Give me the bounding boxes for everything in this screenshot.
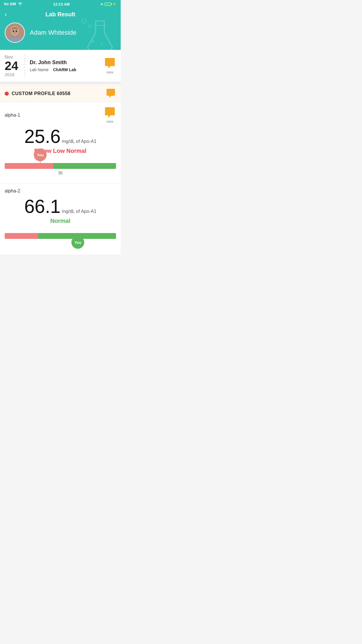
lab-name-value: ChARM Lab (53, 67, 76, 72)
battery-indicator (105, 3, 111, 6)
patient-profile-header: Adam Whiteside (5, 22, 116, 50)
alpha-1-range-container: You 35 (5, 163, 116, 175)
svg-point-4 (101, 43, 102, 45)
test-item-alpha-1: alpha-1 view 25.6 mg/dL of Apo-A1 Below … (0, 102, 121, 184)
page-title: Lab Result (45, 11, 75, 18)
profile-header: CUSTOM PROFILE 60558 (0, 84, 121, 102)
profile-title-row: CUSTOM PROFILE 60558 (5, 91, 71, 96)
alpha-1-range-bar (5, 163, 116, 169)
alpha-2-status: Normal (5, 218, 116, 224)
doctor-info: Dr. John Smith Lab Name ChARM Lab (25, 55, 104, 77)
alpha-1-view-label: view (106, 120, 113, 124)
navigation-bar: ‹ Lab Result (5, 11, 116, 18)
svg-rect-11 (6, 38, 24, 42)
avatar (5, 22, 25, 43)
lab-info-card: Nov 24 2016 Dr. John Smith Lab Name ChAR… (0, 50, 121, 82)
range-green-segment (53, 163, 116, 169)
alpha-1-chat-icon (104, 107, 116, 119)
flask-decoration (87, 20, 113, 52)
alpha-2-you-area: You (5, 236, 116, 249)
lab-view-label: view (106, 70, 113, 74)
date-section: Nov 24 2016 (5, 55, 25, 77)
profile-section: CUSTOM PROFILE 60558 alpha-1 view 25.6 m… (0, 84, 121, 255)
svg-point-3 (91, 40, 94, 43)
svg-point-0 (82, 19, 86, 23)
time-display: 12:13 AM (53, 2, 70, 6)
chat-bubble-icon (104, 57, 116, 70)
svg-point-10 (16, 30, 17, 32)
profile-title: CUSTOM PROFILE 60558 (12, 91, 71, 96)
svg-point-9 (13, 30, 14, 32)
test-name-alpha-2: alpha-2 (5, 188, 20, 194)
app-header: ‹ Lab Result (0, 8, 121, 50)
alpha-2-value-row: 66.1 mg/dL of Apo-A1 (5, 197, 116, 216)
red-dot-indicator (5, 92, 9, 96)
test-item-alpha-2: alpha-2 66.1 mg/dL of Apo-A1 Normal You (0, 184, 121, 255)
test-name-alpha-1: alpha-1 (5, 113, 20, 118)
profile-chat-icon[interactable] (106, 88, 116, 99)
test-name-row-2: alpha-2 (5, 188, 116, 194)
alpha-1-status: Below Low Normal (5, 148, 116, 154)
alpha-1-you-marker: You (34, 148, 47, 167)
avatar-image (6, 23, 24, 42)
alpha-2-value: 66.1 (24, 196, 61, 217)
alpha-1-you-bubble: You (34, 148, 47, 161)
lock-icon: ⊕ (101, 2, 103, 6)
alpha-2-range-container: You (5, 233, 116, 249)
bottom-spacer (0, 255, 121, 264)
alpha-2-you-bubble: You (71, 236, 84, 249)
carrier-text: No SIM (4, 2, 16, 6)
lab-name-row: Lab Name ChARM Lab (30, 67, 104, 72)
alpha-1-value: 25.6 (24, 126, 61, 147)
test-name-row-1: alpha-1 view (5, 107, 116, 124)
back-button[interactable]: ‹ (5, 11, 7, 18)
status-right-icons: ⊕ ⚡ (101, 2, 117, 6)
alpha-1-unit: mg/dL of Apo-A1 (62, 139, 96, 144)
alpha-1-range-labels: 35 (5, 171, 116, 175)
date-day: 24 (5, 60, 20, 72)
patient-name: Adam Whiteside (30, 29, 76, 36)
charging-icon: ⚡ (113, 2, 117, 6)
carrier-info: No SIM (4, 2, 22, 6)
section-divider (0, 82, 121, 84)
alpha-2-unit: mg/dL of Apo-A1 (62, 209, 96, 214)
alpha-1-you-line (40, 161, 41, 167)
doctor-name: Dr. John Smith (30, 60, 104, 66)
alpha-1-view-button[interactable]: view (104, 107, 116, 124)
status-bar: No SIM 12:13 AM ⊕ ⚡ (0, 0, 121, 8)
alpha-1-threshold: 35 (58, 171, 63, 175)
lab-name-label: Lab Name (30, 67, 49, 72)
date-year: 2016 (5, 72, 20, 77)
alpha-1-value-row: 25.6 mg/dL of Apo-A1 (5, 127, 116, 146)
lab-view-button[interactable]: view (104, 55, 116, 77)
wifi-icon (18, 2, 22, 6)
